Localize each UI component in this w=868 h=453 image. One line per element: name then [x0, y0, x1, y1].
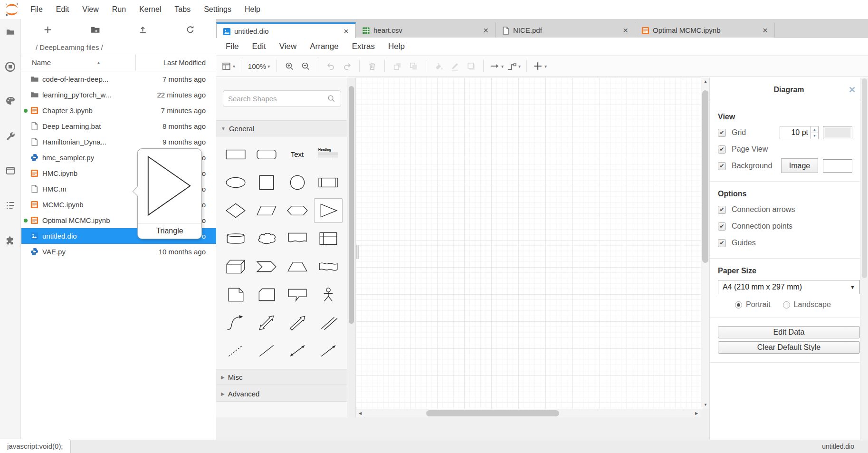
activity-extension-manager[interactable]: [4, 234, 17, 246]
column-last-modified[interactable]: Last Modified: [135, 54, 216, 71]
shape-diamond[interactable]: [221, 198, 250, 223]
stepper-down-icon[interactable]: ▼: [811, 133, 818, 139]
landscape-radio[interactable]: Landscape: [783, 300, 831, 309]
jupyter-menu-kernel[interactable]: Kernel: [133, 0, 168, 19]
activity-command-palette[interactable]: [4, 95, 17, 107]
stepper-up-icon[interactable]: ▲: [811, 126, 818, 133]
toolbar-zoomout-button[interactable]: [297, 59, 314, 73]
guides-checkbox[interactable]: ✔: [718, 239, 726, 247]
shape-note[interactable]: [221, 282, 250, 307]
new-launcher-button[interactable]: [42, 25, 53, 35]
shape-hexagon[interactable]: [283, 198, 312, 223]
shape-actor[interactable]: [314, 282, 343, 307]
toolbar-trash-button[interactable]: [364, 59, 380, 73]
activity-table-of-contents[interactable]: [4, 199, 17, 212]
image-button[interactable]: Image: [781, 158, 818, 173]
jupyter-menu-tabs[interactable]: Tabs: [168, 0, 197, 19]
toolbar-insert-button[interactable]: ▾: [531, 59, 548, 73]
grid-size-stepper[interactable]: ▲▼: [811, 126, 819, 139]
toolbar-toback-button[interactable]: [405, 59, 421, 73]
format-scrollbar-thumb[interactable]: [862, 78, 867, 278]
file-row-deep-learning-bat[interactable]: Deep Learning.bat8 months ago: [21, 118, 216, 134]
tab-optimal-mcmc-ipynb[interactable]: Optimal MCMC.ipynb×: [635, 22, 775, 38]
column-name[interactable]: Name ▲: [21, 54, 135, 71]
refresh-button[interactable]: [185, 25, 195, 35]
palette-section-misc[interactable]: ▶ Misc: [216, 369, 347, 385]
grid-size-input[interactable]: 10 pt: [780, 126, 811, 139]
scroll-down-icon[interactable]: ▼: [701, 401, 710, 409]
activity-running-sessions[interactable]: [4, 60, 17, 73]
close-icon[interactable]: ✕: [849, 85, 856, 95]
shape-triangle[interactable]: [314, 198, 343, 223]
shape-line[interactable]: [252, 338, 281, 363]
clear-default-style-button[interactable]: Clear Default Style: [718, 341, 860, 354]
shape-rounded-rectangle[interactable]: [252, 142, 281, 167]
new-folder-button[interactable]: [90, 25, 100, 35]
activity-property-inspector[interactable]: [4, 130, 17, 142]
tab-heart-csv[interactable]: heart.csv×: [356, 22, 496, 38]
shape-step[interactable]: [252, 254, 281, 279]
palette-section-advanced[interactable]: ▶ Advanced: [216, 386, 347, 402]
grid-color-swatch[interactable]: [823, 126, 852, 139]
jupyter-menu-edit[interactable]: Edit: [49, 0, 76, 19]
upload-button[interactable]: [137, 25, 148, 35]
close-icon[interactable]: ×: [481, 26, 490, 35]
shape-textbox[interactable]: Heading: [314, 142, 343, 167]
paper-size-select[interactable]: A4 (210 mm x 297 mm) ▼: [718, 280, 860, 294]
page-view-checkbox[interactable]: ✔: [718, 145, 726, 154]
toolbar-waypoints-button[interactable]: ▾: [505, 59, 522, 73]
close-icon[interactable]: ×: [621, 26, 630, 35]
jupyter-menu-help[interactable]: Help: [238, 0, 267, 19]
shape-link[interactable]: [314, 310, 343, 335]
shape-square[interactable]: [252, 170, 281, 195]
toolbar-pageview-button[interactable]: ▾: [220, 59, 237, 73]
palette-resize-handle[interactable]: [356, 245, 359, 259]
toolbar-undo-button[interactable]: [323, 59, 339, 73]
canvas-horizontal-scrollbar[interactable]: ◀ ▶: [356, 409, 701, 417]
shape-document[interactable]: [283, 226, 312, 251]
file-row-vae-py[interactable]: VAE.py10 months ago: [21, 244, 216, 260]
shape-cylinder[interactable]: [221, 226, 250, 251]
palette-scrollbar[interactable]: [347, 77, 355, 417]
drawio-menu-extras[interactable]: Extras: [345, 38, 382, 56]
horizontal-scrollbar-thumb[interactable]: [426, 410, 559, 416]
shape-trapezoid[interactable]: [283, 254, 312, 279]
toolbar-zoomin-button[interactable]: [281, 59, 297, 73]
shape-rectangle[interactable]: [221, 142, 250, 167]
close-icon[interactable]: ×: [342, 27, 351, 36]
jupyter-menu-run[interactable]: Run: [105, 0, 133, 19]
shape-arrow[interactable]: [283, 310, 312, 335]
portrait-radio[interactable]: Portrait: [735, 300, 771, 309]
file-row-chapter-3-ipynb[interactable]: Chapter 3.ipynb7 minutes ago: [21, 103, 216, 118]
scroll-right-icon[interactable]: ▶: [692, 409, 701, 417]
toolbar-shadow-button[interactable]: [463, 59, 479, 73]
toolbar-connection-button[interactable]: ▾: [488, 59, 505, 73]
scroll-left-icon[interactable]: ◀: [356, 409, 364, 417]
shape-internal-storage[interactable]: [314, 226, 343, 251]
file-row-learning-pytorch-w-[interactable]: learning_pyTorch_w...22 minutes ago: [21, 87, 216, 103]
format-panel-scrollbar[interactable]: [860, 77, 868, 440]
shape-cube[interactable]: [221, 254, 250, 279]
diagram-canvas[interactable]: [356, 77, 701, 409]
shape-tape[interactable]: [314, 254, 343, 279]
drawio-menu-edit[interactable]: Edit: [245, 38, 272, 56]
jupyter-menu-view[interactable]: View: [76, 0, 105, 19]
drawio-menu-file[interactable]: File: [219, 38, 245, 56]
background-color-swatch[interactable]: [823, 159, 852, 173]
shape-bidirectional-connector[interactable]: [283, 338, 312, 363]
palette-section-general[interactable]: ▼ General: [216, 120, 355, 136]
tab-nice-pdf[interactable]: NICE.pdf×: [496, 22, 635, 38]
drawio-menu-help[interactable]: Help: [382, 38, 411, 56]
palette-scrollbar-thumb[interactable]: [349, 86, 354, 324]
toolbar-redo-button[interactable]: [339, 59, 355, 73]
shape-ellipse[interactable]: [221, 170, 250, 195]
toolbar-linecolor-button[interactable]: [447, 59, 463, 73]
jupyter-menu-file[interactable]: File: [24, 0, 49, 19]
breadcrumb[interactable]: / DeepLearning files /: [21, 40, 216, 54]
shape-callout[interactable]: [283, 282, 312, 307]
shape-dashed-line[interactable]: [221, 338, 250, 363]
toolbar-tofront-button[interactable]: [389, 59, 405, 73]
activity-open-tabs[interactable]: [4, 164, 17, 177]
shape-parallelogram[interactable]: [252, 198, 281, 223]
toolbar-fillcolor-button[interactable]: [430, 59, 447, 73]
